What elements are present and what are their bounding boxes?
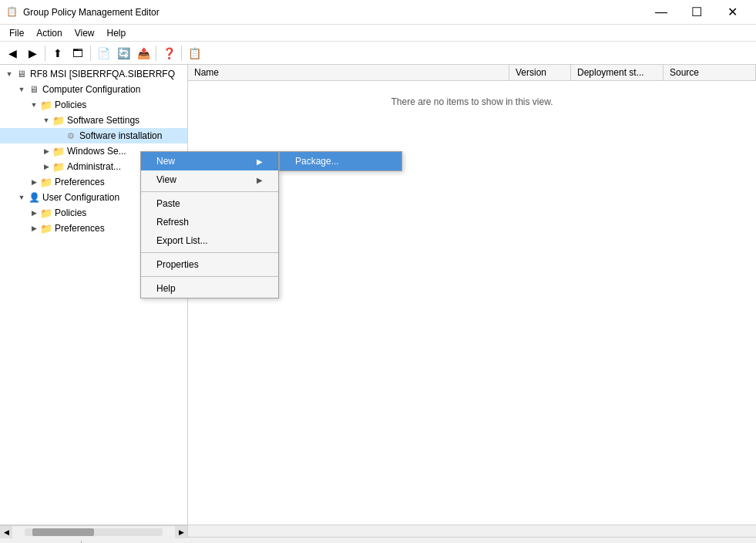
expander-windows-settings: ▶ [40, 145, 52, 157]
toolbar-grid[interactable]: 📋 [185, 44, 203, 62]
toolbar-sep-4 [181, 46, 182, 61]
expander-policies-2: ▶ [28, 207, 40, 219]
cm-label-properties: Properties [156, 259, 199, 270]
cm-sep-3 [141, 276, 278, 277]
col-header-source[interactable]: Source [664, 65, 756, 80]
folder-icon-preferences-2: 📁 [40, 222, 52, 234]
cm-arrow-new: ▶ [257, 157, 263, 166]
tree-label-windows-settings: Windows Se... [67, 146, 126, 157]
expander-sw-settings: ▼ [40, 114, 52, 126]
toolbar-doc[interactable]: 📄 [94, 44, 113, 62]
app-icon: 📋 [6, 6, 18, 19]
col-header-deployment[interactable]: Deployment st... [571, 65, 664, 80]
tree-item-software-settings[interactable]: ▼ 📁 Software Settings [0, 113, 187, 128]
toolbar-sep-3 [156, 46, 156, 61]
toolbar: ◀ ▶ ⬆ 🗔 📄 🔄 📤 ❓ 📋 [0, 42, 756, 65]
toolbar-sep-2 [90, 46, 91, 61]
tree-label-comp-config: Computer Configuration [42, 84, 140, 95]
cm-label-paste: Paste [156, 198, 180, 209]
settings-icon-sw-install: ⚙ [65, 130, 77, 142]
cm-label-help: Help [156, 283, 176, 294]
menu-file[interactable]: File [3, 26, 30, 40]
cm-item-help[interactable]: Help [141, 279, 278, 298]
cm-item-refresh[interactable]: Refresh [141, 213, 278, 231]
toolbar-up[interactable]: ⬆ [49, 44, 67, 62]
maximize-button[interactable]: ☐ [679, 0, 714, 25]
toolbar-help[interactable]: ❓ [160, 44, 178, 62]
title-bar-left: 📋 Group Policy Management Editor [6, 6, 160, 19]
cm-item-paste[interactable]: Paste [141, 194, 278, 213]
menu-help[interactable]: Help [101, 26, 133, 40]
cm-item-properties[interactable]: Properties [141, 255, 278, 274]
right-content-empty: There are no items to show in this view. [188, 81, 756, 524]
expander-preferences-1: ▶ [28, 176, 40, 188]
folder-icon-policies-2: 📁 [40, 207, 52, 219]
expander-root: ▼ [3, 68, 15, 80]
folder-icon-admin-templates: 📁 [52, 160, 65, 173]
scroll-thumb [32, 528, 94, 536]
cm-item-export[interactable]: Export List... [141, 231, 278, 250]
menu-action[interactable]: Action [30, 26, 68, 40]
tree-item-root[interactable]: ▼ 🖥 RF8 MSI [SIBERRFQA.SIBERRFQ [0, 66, 187, 82]
folder-icon-policies: 📁 [40, 99, 52, 111]
computer-icon-user: 👤 [28, 191, 40, 204]
expander-comp-config: ▼ [15, 83, 28, 96]
tree-label-preferences-2: Preferences [55, 223, 105, 234]
computer-icon-root: 🖥 [15, 68, 28, 80]
main-container: ▼ 🖥 RF8 MSI [SIBERRFQA.SIBERRFQ ▼ 🖥 Comp… [0, 65, 756, 524]
cm-sep-2 [141, 252, 278, 253]
status-bar: Adds a package. [0, 537, 756, 543]
expander-preferences-2: ▶ [28, 222, 40, 234]
toolbar-refresh[interactable]: 🔄 [114, 44, 133, 62]
toolbar-show-hide[interactable]: 🗔 [69, 44, 87, 62]
close-button[interactable]: ✕ [714, 0, 750, 25]
sub-item-package[interactable]: Package... [280, 152, 402, 170]
title-bar-controls: — ☐ ✕ [643, 0, 750, 25]
folder-icon-preferences-1: 📁 [40, 176, 52, 188]
submenu[interactable]: Package... [279, 151, 402, 171]
scroll-right[interactable]: ▶ [175, 526, 187, 538]
tree-scrollbar[interactable]: ◀ ▶ [0, 525, 188, 538]
menu-bar: File Action View Help [0, 25, 756, 42]
title-bar: 📋 Group Policy Management Editor — ☐ ✕ [0, 0, 756, 25]
menu-view[interactable]: View [69, 26, 101, 40]
tree-label-software-install: Software installation [79, 130, 162, 141]
tree-label-software-settings: Software Settings [67, 115, 139, 126]
sub-label-package: Package... [295, 156, 339, 167]
minimize-button[interactable]: — [643, 0, 679, 25]
tree-label-policies-2: Policies [55, 207, 86, 218]
context-menu[interactable]: New ▶ View ▶ Paste Refresh Export List..… [140, 151, 279, 298]
folder-icon-sw-settings: 📁 [52, 114, 65, 126]
tree-item-software-install[interactable]: ⚙ Software installation [0, 128, 187, 143]
tree-item-comp-config[interactable]: ▼ 🖥 Computer Configuration [0, 82, 187, 97]
right-scroll-area [188, 525, 756, 537]
tree-label-policies: Policies [55, 99, 86, 110]
cm-arrow-view: ▶ [257, 176, 263, 184]
toolbar-export[interactable]: 📤 [134, 44, 153, 62]
col-header-version[interactable]: Version [509, 65, 571, 80]
scroll-left[interactable]: ◀ [0, 526, 12, 538]
expander-policies: ▼ [28, 99, 40, 111]
cm-item-view[interactable]: View ▶ [141, 170, 278, 189]
cm-label-export: Export List... [156, 235, 208, 246]
cm-label-new: New [156, 156, 175, 167]
tree-label-preferences-1: Preferences [55, 177, 105, 187]
tree-label-root: RF8 MSI [SIBERRFQA.SIBERRFQ [30, 69, 175, 79]
cm-item-new[interactable]: New ▶ [141, 152, 278, 170]
toolbar-back[interactable]: ◀ [3, 44, 22, 62]
col-header-name[interactable]: Name [188, 65, 509, 80]
status-sep-1 [81, 541, 82, 544]
toolbar-forward[interactable]: ▶ [23, 44, 42, 62]
tree-item-policies[interactable]: ▼ 📁 Policies [0, 97, 187, 113]
folder-icon-windows-settings: 📁 [52, 145, 65, 157]
cm-label-refresh: Refresh [156, 217, 189, 228]
cm-sep-1 [141, 191, 278, 192]
tree-label-user-config: User Configuration [42, 192, 119, 203]
expander-user-config: ▼ [15, 191, 28, 204]
column-headers: Name Version Deployment st... Source [188, 65, 756, 81]
tree-label-admin-templates: Administrat... [67, 161, 121, 172]
expander-admin-templates: ▶ [40, 160, 52, 173]
empty-message: There are no items to show in this view. [391, 96, 553, 107]
computer-icon-comp: 🖥 [28, 83, 40, 96]
scroll-row: ◀ ▶ [0, 524, 756, 537]
